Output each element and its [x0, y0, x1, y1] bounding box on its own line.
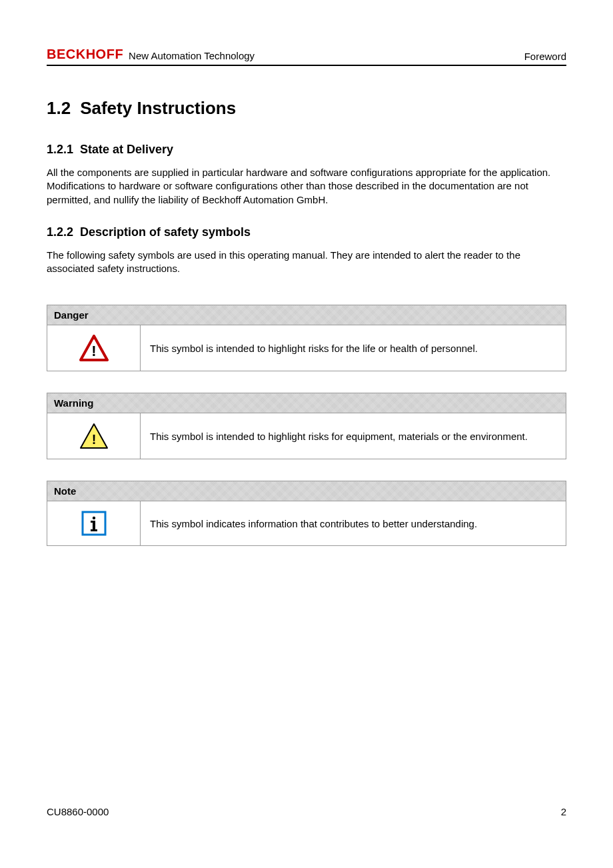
brand-tagline: New Automation Technology: [129, 50, 255, 62]
page-header: BECKHOFF New Automation Technology Forew…: [47, 47, 566, 66]
safety-box-label: Note: [47, 481, 566, 501]
safety-box-label: Danger: [47, 305, 566, 325]
section-label: Foreword: [524, 51, 566, 62]
safety-box-warning: Warning ! This symbol is intended to hig…: [47, 393, 566, 459]
heading-title: Safety Instructions: [80, 98, 236, 118]
subheading-number: 1.2.2: [47, 225, 73, 239]
danger-icon: !: [47, 325, 141, 371]
page-footer: CU8860-0000 2: [47, 806, 566, 817]
svg-text:!: !: [91, 343, 96, 359]
safety-box-description: This symbol is intended to highlight ris…: [141, 413, 566, 459]
document-id: CU8860-0000: [47, 806, 109, 817]
safety-box-label: Warning: [47, 393, 566, 413]
safety-box-danger: Danger ! This symbol is intended to high…: [47, 305, 566, 371]
body-text: All the components are supplied in parti…: [47, 166, 566, 207]
svg-rect-8: [91, 529, 97, 531]
note-icon: [47, 501, 141, 546]
svg-rect-7: [91, 521, 95, 523]
subheading-title: State at Delivery: [80, 143, 173, 156]
subheading-state-at-delivery: 1.2.1State at Delivery: [47, 143, 566, 157]
warning-icon: !: [47, 413, 141, 459]
safety-box-description: This symbol is intended to highlight ris…: [141, 325, 566, 371]
brand-name: BECKHOFF: [47, 47, 123, 62]
heading-number: 1.2: [47, 98, 71, 118]
subheading-description-of-safety-symbols: 1.2.2Description of safety symbols: [47, 225, 566, 239]
safety-box-note: Note This symbol indicates information t…: [47, 481, 566, 546]
body-text: The following safety symbols are used in…: [47, 249, 566, 276]
safety-box-description: This symbol indicates information that c…: [141, 501, 566, 546]
subheading-number: 1.2.1: [47, 143, 73, 156]
svg-point-5: [92, 517, 95, 519]
brand-block: BECKHOFF New Automation Technology: [47, 47, 255, 62]
heading-safety-instructions: 1.2Safety Instructions: [47, 98, 566, 119]
svg-text:!: !: [91, 432, 96, 447]
page-number: 2: [561, 806, 566, 817]
subheading-title: Description of safety symbols: [80, 225, 251, 239]
